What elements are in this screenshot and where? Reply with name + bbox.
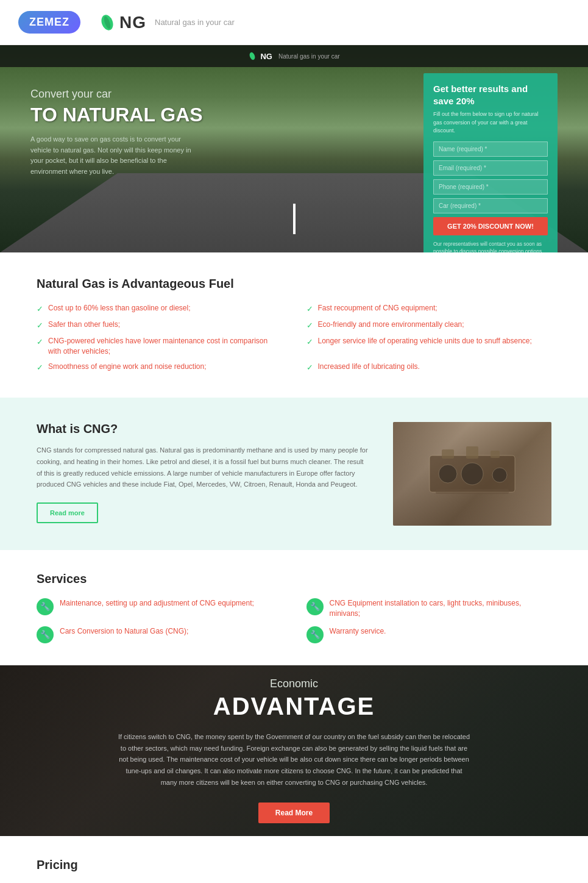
hero-nav-brand: NG <box>260 52 272 61</box>
economic-subtitle: Economic <box>270 677 318 690</box>
svg-rect-4 <box>442 449 454 459</box>
engine-visual <box>393 422 551 526</box>
advantage-item: ✓CNG-powered vehicles have lower mainten… <box>37 336 282 357</box>
road-line <box>293 204 296 234</box>
check-icon: ✓ <box>306 304 313 315</box>
economic-description: If citizens switch to CNG, the money spe… <box>118 731 471 788</box>
ng-logo-top: NG Natural gas in your car <box>99 13 235 32</box>
check-icon: ✓ <box>306 337 313 348</box>
hero-title: TO NATURAL GAS <box>30 104 203 126</box>
engine-svg <box>417 437 527 510</box>
service-item: 🔧Warranty service. <box>306 626 552 643</box>
advantage-text: Fast recoupment of CNG equipment; <box>318 303 437 313</box>
service-icon: 🔧 <box>37 598 54 615</box>
svg-rect-5 <box>466 446 478 459</box>
form-description: Fill out the form below to sign up for n… <box>433 110 548 135</box>
service-icon: 🔧 <box>37 626 54 643</box>
email-input[interactable] <box>433 160 548 176</box>
advantage-text: Safer than other fuels; <box>48 320 120 330</box>
hero-nav-tagline: Natural gas in your car <box>278 53 340 60</box>
advantage-text: Increased life of lubricating oils. <box>318 362 420 372</box>
check-icon: ✓ <box>37 320 43 331</box>
services-section: Services 🔧Maintenance, setting up and ad… <box>0 550 588 665</box>
advantage-item: ✓Increased life of lubricating oils. <box>306 362 552 373</box>
phone-input[interactable] <box>433 179 548 195</box>
cng-description: CNG stands for compressed natural gas. N… <box>37 445 369 490</box>
hero-nav-leaf-icon <box>248 52 257 60</box>
hero-nav: NG Natural gas in your car <box>0 45 588 67</box>
economic-read-more-button[interactable]: Read more <box>258 803 330 823</box>
svg-rect-6 <box>491 451 500 458</box>
top-bar: ZEMEZ NG Natural gas in your car <box>0 0 588 45</box>
form-title: Get better results and save 20% <box>433 83 548 107</box>
svg-point-7 <box>439 465 457 483</box>
service-icon: 🔧 <box>306 598 324 615</box>
cng-section: What is CNG? CNG stands for compressed n… <box>0 398 588 550</box>
hero-description: A good way to save on gas costs is to co… <box>30 134 201 177</box>
check-icon: ✓ <box>37 362 43 373</box>
advantage-text: Cost up to 60% less than gasoline or die… <box>48 303 190 313</box>
service-icon: 🔧 <box>306 626 324 643</box>
pricing-title: Pricing <box>37 858 551 872</box>
hero-content: Convert your car TO NATURAL GAS A good w… <box>30 88 203 177</box>
advantage-text: Eco-friendly and more environmentally cl… <box>318 320 464 330</box>
pricing-section: Pricing Elementary $158 Advanced $248 Pr… <box>0 836 588 883</box>
advantage-item: ✓Smoothness of engine work and noise red… <box>37 362 282 373</box>
name-input[interactable] <box>433 141 548 157</box>
advantage-text: CNG-powered vehicles have lower maintena… <box>48 336 282 357</box>
check-icon: ✓ <box>306 320 313 331</box>
check-icon: ✓ <box>306 362 313 373</box>
hero-form-box: Get better results and save 20% Fill out… <box>423 73 558 252</box>
service-item: 🔧Cars Conversion to Natural Gas (CNG); <box>37 626 282 643</box>
svg-rect-10 <box>436 489 509 494</box>
advantage-item: ✓Fast recoupment of CNG equipment; <box>306 303 552 315</box>
svg-point-8 <box>461 463 483 485</box>
advantage-item: ✓Eco-friendly and more environmentally c… <box>306 320 552 331</box>
cng-title: What is CNG? <box>37 422 369 436</box>
economic-title: ADVANTAGE <box>213 693 375 720</box>
service-item: 🔧CNG Equipment installation to cars, lig… <box>306 598 552 619</box>
hero-subtitle: Convert your car <box>30 88 203 101</box>
advantages-section: Natural Gas is Advantageous Fuel ✓Cost u… <box>0 252 588 398</box>
submit-button[interactable]: Get 20% discount now! <box>433 217 548 235</box>
ng-tagline-text: Natural gas in your car <box>155 18 235 27</box>
car-input[interactable] <box>433 198 548 213</box>
cng-content: What is CNG? CNG stands for compressed n… <box>37 422 369 523</box>
svg-point-9 <box>492 468 507 482</box>
form-footer-text: Our representatives will contact you as … <box>433 240 548 253</box>
service-text: Warranty service. <box>330 626 386 637</box>
advantage-item: ✓Safer than other fuels; <box>37 320 282 331</box>
zemez-logo[interactable]: ZEMEZ <box>18 11 80 34</box>
advantages-grid: ✓Cost up to 60% less than gasoline or di… <box>37 303 551 373</box>
svg-point-2 <box>249 52 256 60</box>
leaf-icon <box>99 14 116 31</box>
service-item: 🔧Maintenance, setting up and adjustment … <box>37 598 282 619</box>
check-icon: ✓ <box>37 337 43 348</box>
advantage-item: ✓Longer service life of operating vehicl… <box>306 336 552 357</box>
service-text: Cars Conversion to Natural Gas (CNG); <box>60 626 188 637</box>
hero-section: NG Natural gas in your car Convert your … <box>0 45 588 252</box>
advantage-text: Smoothness of engine work and noise redu… <box>48 362 207 372</box>
cng-image <box>393 422 551 526</box>
advantage-text: Longer service life of operating vehicle… <box>318 336 532 346</box>
economic-section: Economic ADVANTAGE If citizens switch to… <box>0 665 588 836</box>
service-text: Maintenance, setting up and adjustment o… <box>60 598 254 609</box>
service-text: CNG Equipment installation to cars, ligh… <box>330 598 552 619</box>
ng-brand-text: NG <box>119 13 146 32</box>
cng-read-more-button[interactable]: Read more <box>37 502 98 523</box>
advantage-item: ✓Cost up to 60% less than gasoline or di… <box>37 303 282 315</box>
services-title: Services <box>37 572 551 586</box>
advantages-title: Natural Gas is Advantageous Fuel <box>37 277 551 291</box>
services-grid: 🔧Maintenance, setting up and adjustment … <box>37 598 551 643</box>
check-icon: ✓ <box>37 304 43 315</box>
